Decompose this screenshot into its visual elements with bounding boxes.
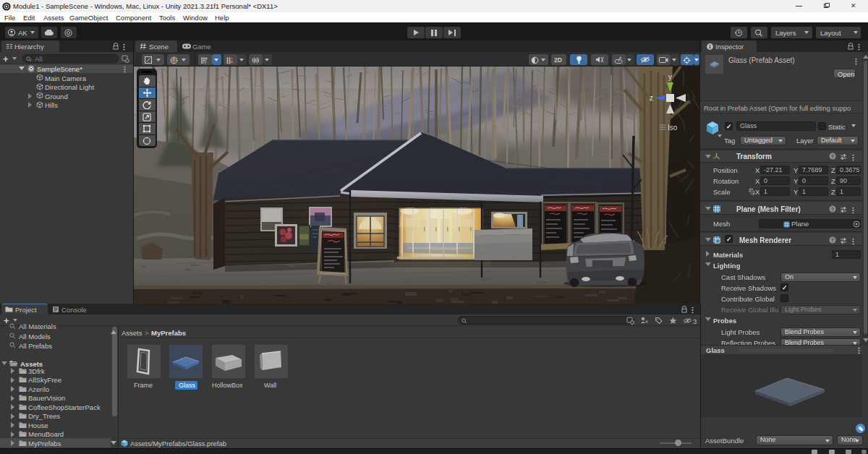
svg-text:Y: Y (204, 60, 207, 64)
svg-text:?: ? (831, 153, 835, 160)
svg-text:y: y (668, 73, 672, 81)
svg-text:Iso: Iso (668, 124, 678, 132)
svg-text:?: ? (831, 206, 835, 213)
svg-text:?: ? (831, 237, 835, 244)
svg-text:z: z (650, 94, 653, 102)
